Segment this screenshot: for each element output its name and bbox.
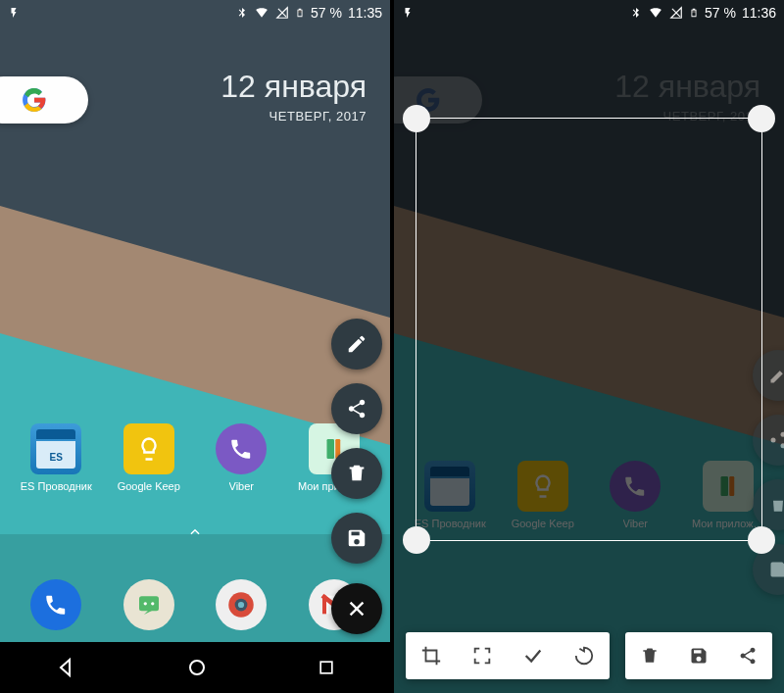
check-icon <box>522 645 544 667</box>
screen-crop: 57 % 11:36 12 января ЧЕТВЕРГ, 2017 ES Пр… <box>394 0 784 693</box>
date-text: 12 января <box>220 69 367 105</box>
confirm-button[interactable] <box>516 639 550 672</box>
delete-button[interactable] <box>633 639 666 672</box>
app-google-keep[interactable]: Google Keep <box>110 423 188 492</box>
screen-home: 57 % 11:35 12 января ЧЕТВЕРГ, 2017 ES ES… <box>0 0 390 693</box>
messages-icon <box>123 579 174 630</box>
svg-rect-1 <box>298 11 301 14</box>
camera-icon <box>216 579 267 630</box>
delete-fab[interactable] <box>331 448 382 499</box>
bluetooth-icon <box>630 5 642 21</box>
crop-handle-bottom-left[interactable] <box>403 526 430 554</box>
save-icon <box>768 560 784 579</box>
nav-back[interactable] <box>54 656 77 679</box>
nav-home[interactable] <box>185 656 209 679</box>
viber-icon <box>216 423 267 474</box>
trash-icon <box>346 463 368 484</box>
signal-icon <box>275 6 289 20</box>
restore-icon <box>573 645 595 667</box>
clock: 11:35 <box>348 5 382 21</box>
battery-percent: 57 % <box>705 5 736 21</box>
svg-rect-16 <box>320 662 332 673</box>
crop-toolbar-right <box>625 632 772 679</box>
svg-rect-18 <box>692 11 695 14</box>
date-widget[interactable]: 12 января ЧЕТВЕРГ, 2017 <box>220 69 367 124</box>
crop-toolbar-left <box>406 632 610 679</box>
svg-point-21 <box>781 432 785 437</box>
svg-point-23 <box>781 443 785 448</box>
nav-recent[interactable] <box>317 658 336 677</box>
app-label: Viber <box>229 480 254 492</box>
status-bar: 57 % 11:36 <box>394 0 784 25</box>
screenshot-fab-column <box>331 319 382 634</box>
pencil-icon <box>346 333 368 355</box>
phone-icon <box>30 579 81 630</box>
reset-button[interactable] <box>567 639 601 672</box>
svg-rect-4 <box>139 596 159 611</box>
app-label: ES Проводник <box>21 480 92 492</box>
dock-phone[interactable] <box>17 579 95 630</box>
flash-icon <box>402 5 414 21</box>
pencil-icon <box>768 366 784 385</box>
battery-percent: 57 % <box>311 5 342 21</box>
crop-frame[interactable] <box>416 118 762 541</box>
date-subtext: ЧЕТВЕРГ, 2017 <box>220 109 367 124</box>
wifi-icon <box>648 6 663 20</box>
save-button[interactable] <box>682 639 715 672</box>
share-icon <box>738 646 758 666</box>
crop-button[interactable] <box>415 639 448 672</box>
fullscreen-icon <box>471 645 493 667</box>
google-logo-icon <box>22 87 47 113</box>
share-fab[interactable] <box>331 383 382 434</box>
save-icon <box>689 646 709 666</box>
fullscreen-button[interactable] <box>466 639 499 672</box>
bluetooth-icon <box>236 5 248 21</box>
edit-fab[interactable] <box>331 319 382 370</box>
share-button[interactable] <box>731 639 764 672</box>
crop-handle-top-right[interactable] <box>748 105 775 132</box>
close-fab[interactable] <box>331 583 382 634</box>
svg-point-9 <box>238 602 244 608</box>
wifi-icon <box>254 6 270 20</box>
svg-rect-11 <box>322 596 326 615</box>
share-icon <box>346 398 368 420</box>
all-apps-arrow[interactable] <box>185 525 205 543</box>
dock-messages[interactable] <box>110 579 188 630</box>
nav-bar <box>0 642 390 693</box>
app-label: Google Keep <box>118 480 180 492</box>
google-keep-icon <box>123 423 174 474</box>
svg-point-6 <box>151 602 154 605</box>
trash-icon <box>640 646 660 666</box>
crop-icon <box>420 645 442 667</box>
svg-point-5 <box>143 602 146 605</box>
crop-handle-bottom-right[interactable] <box>748 526 775 554</box>
svg-point-15 <box>190 661 204 674</box>
close-icon <box>346 598 368 619</box>
app-es-explorer[interactable]: ES ES Проводник <box>17 423 95 492</box>
flash-icon <box>8 5 20 21</box>
status-bar: 57 % 11:35 <box>0 0 390 25</box>
save-fab[interactable] <box>331 513 382 564</box>
trash-icon <box>768 495 784 515</box>
battery-icon <box>689 5 699 21</box>
crop-handle-top-left[interactable] <box>403 105 430 132</box>
google-search-pill[interactable] <box>0 76 88 124</box>
signal-icon <box>669 6 683 20</box>
clock: 11:36 <box>742 5 776 21</box>
battery-icon <box>295 5 305 21</box>
share-icon <box>768 430 784 450</box>
es-explorer-icon: ES <box>30 423 81 474</box>
app-viber[interactable]: Viber <box>202 423 280 492</box>
svg-point-22 <box>771 438 776 443</box>
save-icon <box>346 527 368 549</box>
dock-camera[interactable] <box>202 579 280 630</box>
